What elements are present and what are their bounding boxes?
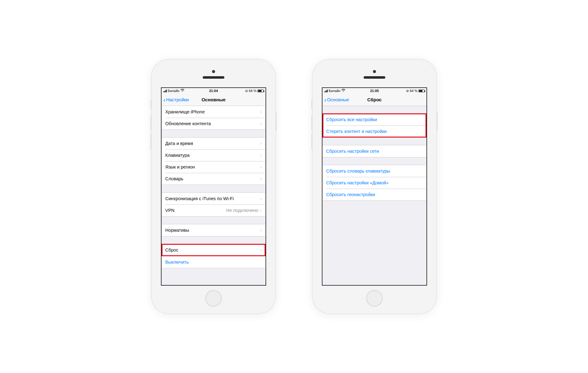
row-label: Синхронизация с iTunes по Wi-Fi: [165, 196, 260, 201]
row-vpn[interactable]: VPNНе подключено›: [162, 204, 266, 216]
row-label: Обновление контента: [165, 121, 260, 126]
settings-group: Дата и время›Клавиатура›Язык и регион›Сл…: [162, 137, 266, 185]
carrier-label: Билайн: [329, 89, 340, 93]
settings-group: Выключить: [162, 256, 266, 268]
row-нормативы[interactable]: Нормативы›: [162, 224, 266, 236]
row-сбросить-настройки-сети[interactable]: Сбросить настройки сети: [322, 145, 426, 157]
screen-reset-settings: Билайн 21:05 ⊘ 64 % ‹ Основные Сброс Сбр…: [322, 87, 427, 286]
row-label: Сбросить настройки «Домой»: [326, 180, 423, 185]
settings-group: Синхронизация с iTunes по Wi-Fi›VPNНе по…: [162, 192, 266, 217]
row-value: Не подключено: [226, 208, 258, 213]
settings-list: Хранилище iPhone›Обновление контента›Дат…: [162, 106, 266, 285]
signal-icon: [324, 90, 328, 92]
chevron-right-icon: ›: [260, 196, 262, 201]
status-bar: Билайн 21:05 ⊘ 64 %: [322, 88, 426, 94]
row-дата-и-время[interactable]: Дата и время›: [162, 138, 266, 149]
row-label: VPN: [165, 208, 226, 213]
row-выключить[interactable]: Выключить: [162, 256, 266, 268]
back-button[interactable]: ‹ Настройки: [163, 97, 189, 103]
home-button[interactable]: [366, 290, 383, 307]
battery-icon: [418, 90, 425, 92]
chevron-right-icon: ›: [260, 152, 262, 158]
row-label: Стереть контент и настройки: [326, 129, 423, 134]
chevron-right-icon: ›: [260, 121, 262, 126]
screen-general-settings: Билайн 21:04 ⊘ 64 % ‹ Настройки Основные…: [161, 87, 266, 286]
home-button[interactable]: [205, 290, 222, 307]
navbar: ‹ Основные Сброс: [322, 94, 426, 106]
row-стереть-контент-и-настройки[interactable]: Стереть контент и настройки: [322, 125, 426, 137]
phone-mockup-right: Билайн 21:05 ⊘ 64 % ‹ Основные Сброс Сбр…: [313, 59, 436, 314]
row-сброс[interactable]: Сброс›: [162, 244, 266, 256]
row-сбросить-все-настройки[interactable]: Сбросить все настройки: [322, 114, 426, 125]
settings-group: Сброс›: [162, 244, 266, 256]
row-сбросить-настройки-домой[interactable]: Сбросить настройки «Домой»: [322, 177, 426, 189]
chevron-right-icon: ›: [260, 109, 262, 115]
chevron-right-icon: ›: [260, 227, 262, 233]
wifi-icon: [180, 89, 184, 93]
orientation-lock-icon: ⊘: [406, 89, 409, 93]
row-label: Нормативы: [165, 228, 260, 233]
row-label: Словарь: [165, 176, 260, 181]
phone-mockup-left: Билайн 21:04 ⊘ 64 % ‹ Настройки Основные…: [152, 59, 275, 314]
status-bar: Билайн 21:04 ⊘ 64 %: [162, 88, 266, 94]
settings-group: Сбросить настройки сети: [322, 145, 426, 157]
row-label: Клавиатура: [165, 153, 260, 158]
row-обновление-контента[interactable]: Обновление контента›: [162, 118, 266, 129]
row-label: Сбросить геонастройки: [326, 192, 423, 197]
row-label: Выключить: [165, 260, 262, 265]
row-label: Язык и регион: [165, 165, 260, 169]
back-label: Настройки: [166, 97, 189, 102]
row-сбросить-геонастройки[interactable]: Сбросить геонастройки: [322, 189, 426, 200]
row-label: Сбросить все настройки: [326, 117, 423, 122]
reset-list: Сбросить все настройкиСтереть контент и …: [322, 113, 426, 286]
orientation-lock-icon: ⊘: [245, 89, 248, 93]
row-label: Сбросить словарь клавиатуры: [326, 169, 423, 173]
row-словарь[interactable]: Словарь›: [162, 173, 266, 185]
row-сбросить-словарь-клавиатуры[interactable]: Сбросить словарь клавиатуры: [322, 165, 426, 177]
clock: 21:04: [209, 89, 218, 93]
clock: 21:05: [370, 89, 379, 93]
settings-group: Сбросить словарь клавиатурыСбросить наст…: [322, 165, 426, 201]
row-синхронизация-с-itunes-по-wi-fi[interactable]: Синхронизация с iTunes по Wi-Fi›: [162, 193, 266, 204]
row-язык-и-регион[interactable]: Язык и регион›: [162, 161, 266, 173]
battery-percent: 64 %: [410, 89, 417, 93]
chevron-right-icon: ›: [260, 208, 262, 213]
chevron-right-icon: ›: [260, 141, 262, 146]
chevron-right-icon: ›: [260, 176, 262, 182]
settings-group: Сбросить все настройкиСтереть контент и …: [322, 113, 426, 138]
row-label: Хранилище iPhone: [165, 109, 260, 114]
row-label: Дата и время: [165, 141, 260, 146]
chevron-right-icon: ›: [260, 164, 262, 170]
back-label: Основные: [327, 97, 349, 102]
navbar: ‹ Настройки Основные: [162, 94, 266, 106]
row-хранилище-iphone[interactable]: Хранилище iPhone›: [162, 106, 266, 118]
row-клавиатура[interactable]: Клавиатура›: [162, 149, 266, 161]
battery-icon: [257, 90, 264, 92]
chevron-left-icon: ‹: [324, 97, 326, 103]
settings-group: Хранилище iPhone›Обновление контента›: [162, 106, 266, 130]
wifi-icon: [341, 89, 345, 93]
row-label: Сбросить настройки сети: [326, 149, 423, 154]
row-label: Сброс: [165, 248, 260, 252]
battery-percent: 64 %: [249, 89, 257, 93]
back-button[interactable]: ‹ Основные: [324, 97, 349, 103]
carrier-label: Билайн: [168, 89, 179, 93]
settings-group: Нормативы›: [162, 224, 266, 236]
chevron-right-icon: ›: [260, 247, 262, 253]
chevron-left-icon: ‹: [163, 97, 166, 103]
signal-icon: [163, 90, 167, 92]
